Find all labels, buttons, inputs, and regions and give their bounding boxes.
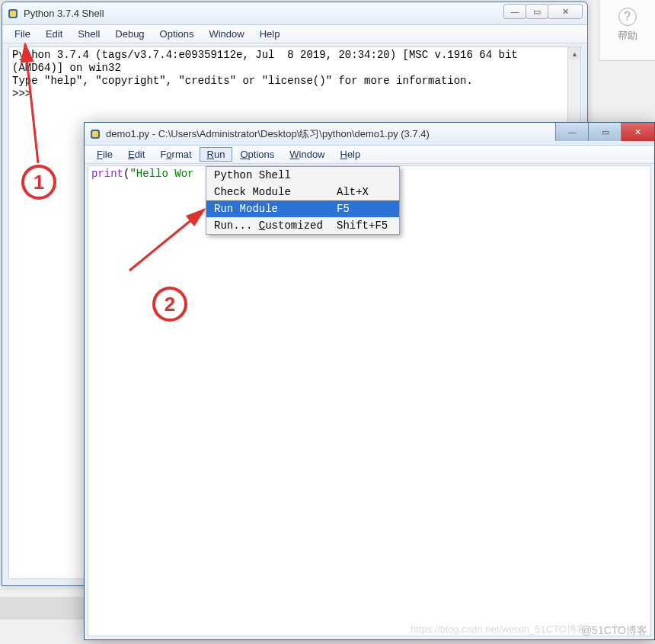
editor-window-controls: — ▭ ✕ bbox=[556, 123, 654, 141]
watermark-faint: https://blog.csdn.net/weixin_51CTO博客 bbox=[411, 623, 586, 636]
close-button[interactable]: ✕ bbox=[548, 4, 583, 19]
shell-title: Python 3.7.4 Shell bbox=[24, 8, 104, 19]
shell-window-controls: — ▭ ✕ bbox=[504, 4, 583, 19]
shell-menu-shell[interactable]: Shell bbox=[70, 27, 107, 41]
editor-menubar: File Edit Format Run Options Window Help bbox=[85, 146, 654, 164]
editor-content[interactable]: print("Hello Wor bbox=[88, 165, 651, 636]
maximize-button[interactable]: ▭ bbox=[588, 123, 621, 141]
help-side-panel: ? 帮助 bbox=[599, 0, 655, 61]
shell-menu-debug[interactable]: Debug bbox=[107, 27, 152, 41]
shell-titlebar[interactable]: Python 3.7.4 Shell — ▭ ✕ bbox=[2, 2, 587, 25]
help-label: 帮助 bbox=[599, 29, 655, 43]
shell-menu-file[interactable]: File bbox=[7, 27, 38, 41]
editor-menu-help[interactable]: Help bbox=[333, 147, 369, 162]
editor-menu-format[interactable]: Format bbox=[152, 147, 199, 162]
editor-menu-edit[interactable]: Edit bbox=[120, 147, 152, 162]
editor-menu-window[interactable]: Window bbox=[282, 147, 332, 162]
shell-menu-options[interactable]: Options bbox=[152, 27, 202, 41]
menu-item-run-customized[interactable]: Run... Customized Shift+F5 bbox=[206, 217, 399, 234]
menu-item-python-shell[interactable]: Python Shell bbox=[206, 167, 399, 184]
editor-menu-options[interactable]: Options bbox=[232, 147, 282, 162]
run-dropdown-menu: Python Shell Check Module Alt+X Run Modu… bbox=[206, 166, 400, 235]
annotation-circle-2: 2 bbox=[152, 287, 187, 322]
shell-output: Python 3.7.4 (tags/v3.7.4:e09359112e, Ju… bbox=[9, 47, 580, 102]
watermark: @51CTO博客 bbox=[581, 624, 647, 638]
menu-item-run-module[interactable]: Run Module F5 bbox=[206, 200, 399, 217]
svg-rect-3 bbox=[92, 131, 98, 137]
python-icon bbox=[7, 8, 19, 20]
minimize-button[interactable]: — bbox=[503, 4, 526, 19]
help-icon[interactable]: ? bbox=[618, 8, 637, 26]
shell-menu-help[interactable]: Help bbox=[252, 27, 288, 41]
editor-title: demo1.py - C:\Users\Administrator\Deskto… bbox=[106, 127, 430, 141]
editor-menu-run[interactable]: Run bbox=[200, 147, 233, 162]
menu-item-check-module[interactable]: Check Module Alt+X bbox=[206, 184, 399, 200]
python-icon bbox=[89, 128, 101, 140]
close-button[interactable]: ✕ bbox=[621, 123, 654, 141]
shell-menu-window[interactable]: Window bbox=[201, 27, 251, 41]
svg-rect-1 bbox=[10, 11, 16, 17]
editor-titlebar[interactable]: demo1.py - C:\Users\Administrator\Deskto… bbox=[85, 123, 654, 146]
decorative-strip bbox=[0, 597, 84, 620]
shell-menu-edit[interactable]: Edit bbox=[38, 27, 70, 41]
maximize-button[interactable]: ▭ bbox=[526, 4, 548, 19]
editor-menu-file[interactable]: File bbox=[89, 147, 120, 162]
annotation-circle-1: 1 bbox=[21, 165, 56, 200]
token-builtin: print bbox=[91, 168, 123, 180]
minimize-button[interactable]: — bbox=[555, 123, 589, 141]
shell-menubar: File Edit Shell Debug Options Window Hel… bbox=[2, 25, 587, 43]
scrollbar-up-icon[interactable]: ▲ bbox=[568, 47, 581, 60]
token-string: "Hello Wor bbox=[129, 168, 193, 180]
